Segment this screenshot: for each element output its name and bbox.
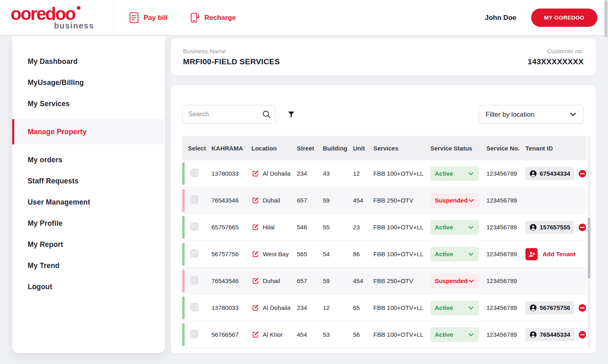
- recharge-icon: [190, 12, 200, 24]
- unit-value: 86: [351, 251, 371, 257]
- service-status-select[interactable]: Active: [430, 166, 479, 181]
- sidebar-item-my-dashboard[interactable]: My Dashboard: [12, 51, 165, 72]
- services-value: FBB 100+OTV+LL: [371, 170, 428, 177]
- service-status-value: Active: [435, 331, 453, 338]
- row-status-stripe: [182, 160, 185, 187]
- add-tenant-button[interactable]: [525, 248, 538, 260]
- table-row: 76543546 Duhail 657 59 454 FBB 250+OTV S…: [182, 187, 586, 214]
- street-value: 546: [294, 224, 320, 231]
- chevron-down-icon: [467, 170, 475, 177]
- services-value: FBB 100+OTV+LL: [371, 304, 428, 311]
- sidebar-item-my-trend[interactable]: My Trend: [12, 255, 165, 276]
- edit-location-icon[interactable]: [251, 196, 259, 205]
- sidebar-item-user-management[interactable]: User Management: [12, 192, 165, 213]
- service-status-value: Active: [435, 251, 453, 257]
- service-status-value: Active: [435, 304, 453, 311]
- table-row: 13780033 Al Dohaila 234 43 12 FBB 100+OT…: [182, 160, 586, 187]
- table-scrollbar-thumb[interactable]: [588, 218, 591, 279]
- edit-location-icon[interactable]: [251, 170, 259, 178]
- services-value: FBB 100+OTV+LL: [371, 224, 428, 231]
- service-no-value: 123456789: [484, 331, 523, 338]
- sidebar-item-staff-requests[interactable]: Staff Requests: [12, 170, 165, 192]
- service-status-select[interactable]: Active: [430, 247, 479, 262]
- table-row: 76543546 Duhail 657 59 454 FBB 250+OTV S…: [182, 268, 586, 294]
- pay-bill-label: Pay bill: [144, 14, 168, 22]
- header-kahrama: KAHRAMA: [209, 145, 249, 152]
- edit-location-icon[interactable]: [251, 277, 259, 285]
- building-value: 59: [320, 277, 351, 284]
- remove-tenant-button[interactable]: [578, 331, 586, 339]
- sidebar-item-logout[interactable]: Logout: [12, 276, 165, 297]
- sidebar-item-my-report[interactable]: My Report: [12, 234, 165, 255]
- remove-tenant-button[interactable]: [578, 223, 586, 231]
- table-toolbar: Filter by location: [182, 105, 586, 124]
- location-filter-select[interactable]: Filter by location: [479, 105, 584, 124]
- user-name[interactable]: John Doe: [485, 14, 516, 22]
- tenant-id-value: 157657555: [540, 224, 570, 231]
- service-no-value: 123456789: [484, 251, 523, 257]
- row-checkbox[interactable]: [190, 330, 198, 338]
- row-checkbox[interactable]: [190, 222, 198, 231]
- sidebar-item-my-profile[interactable]: My Profile: [12, 213, 165, 234]
- location-value: Al Dohaila: [263, 170, 290, 177]
- service-no-value: 123456789: [484, 304, 523, 311]
- recharge-label: Recharge: [205, 14, 236, 22]
- row-status-stripe: [182, 268, 185, 294]
- remove-tenant-button[interactable]: [578, 170, 586, 178]
- building-value: 43: [320, 170, 351, 177]
- table-row: 13780033 Al Dohaila 234 12 65 FBB 100+OT…: [182, 294, 586, 321]
- header-services: Services: [371, 145, 428, 152]
- main-content: Business Name MRFI00-FIELD SERVICES Cust…: [171, 39, 596, 353]
- tenant-id-value: 765445334: [540, 331, 570, 338]
- row-checkbox[interactable]: [190, 196, 198, 204]
- recharge-button[interactable]: Recharge: [190, 12, 236, 24]
- row-checkbox[interactable]: [190, 276, 198, 284]
- chevron-down-icon: [467, 331, 475, 338]
- building-value: 53: [320, 331, 351, 338]
- tenant-cell: Add Tenant: [523, 248, 586, 260]
- tenant-cell: 675434334: [523, 167, 586, 180]
- pay-bill-button[interactable]: Pay bill: [129, 12, 168, 24]
- location-value: Hilal: [263, 224, 275, 231]
- service-status-select[interactable]: Active: [430, 301, 479, 315]
- page-scrollbar-thumb[interactable]: [604, 0, 608, 37]
- edit-location-icon[interactable]: [251, 223, 259, 231]
- sidebar-item-my-orders[interactable]: My orders: [12, 149, 165, 170]
- location-value: West Bay: [263, 251, 289, 257]
- business-name-label: Business Name: [183, 48, 280, 54]
- building-value: 59: [320, 197, 351, 204]
- service-status-select[interactable]: Active: [430, 220, 479, 235]
- search-icon[interactable]: [262, 110, 271, 119]
- chevron-down-icon: [467, 304, 475, 312]
- sidebar-item-myusage-billing[interactable]: MyUsage/Billing: [12, 72, 165, 93]
- pay-bill-icon: [129, 12, 139, 24]
- person-icon: [530, 170, 537, 177]
- sidebar-item-my-services[interactable]: My Services: [12, 93, 165, 114]
- row-checkbox[interactable]: [190, 249, 198, 257]
- my-ooredoo-button[interactable]: MY OOREDOO: [531, 9, 597, 27]
- row-checkbox[interactable]: [190, 169, 198, 177]
- sidebar-item-manage-property[interactable]: Manage Property: [12, 119, 165, 144]
- service-status-select[interactable]: Suspended: [430, 193, 479, 208]
- street-value: 234: [294, 170, 320, 177]
- header-building: Building: [320, 145, 351, 152]
- kahrama-value: 13780033: [209, 304, 249, 311]
- kahrama-value: 56757756: [209, 251, 249, 257]
- kahrama-value: 76543546: [209, 277, 249, 284]
- filter-icon[interactable]: [287, 110, 295, 118]
- building-value: 12: [320, 304, 351, 311]
- remove-tenant-button[interactable]: [578, 304, 586, 312]
- ooredoo-logo[interactable]: ooredoo business: [11, 5, 109, 31]
- service-status-select[interactable]: Active: [430, 327, 479, 342]
- edit-location-icon[interactable]: [251, 250, 259, 258]
- street-value: 454: [294, 331, 320, 338]
- row-checkbox[interactable]: [190, 303, 198, 311]
- unit-value: 454: [351, 197, 371, 204]
- edit-location-icon[interactable]: [251, 304, 259, 312]
- service-status-value: Active: [435, 170, 453, 177]
- edit-location-icon[interactable]: [251, 331, 259, 339]
- add-tenant-label[interactable]: Add Tenant: [543, 251, 575, 257]
- service-no-value: 123456789: [484, 197, 523, 204]
- service-status-select[interactable]: Suspended: [430, 274, 479, 288]
- table-body: 13780033 Al Dohaila 234 43 12 FBB 100+OT…: [182, 160, 586, 348]
